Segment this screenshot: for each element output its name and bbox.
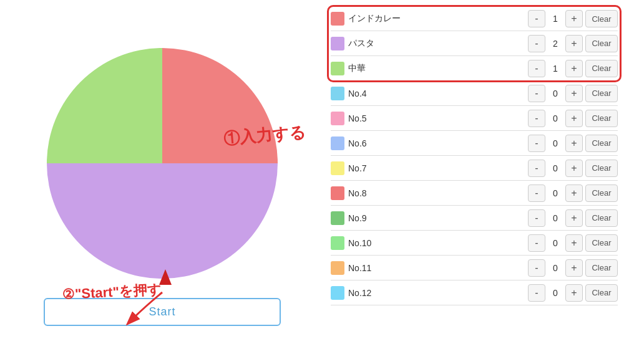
minus-button[interactable]: -	[528, 209, 545, 227]
clear-button[interactable]: Clear	[585, 35, 618, 52]
item-name: No.5	[348, 113, 528, 123]
color-swatch	[331, 37, 344, 50]
item-row: インドカレー-1+Clear	[331, 6, 618, 31]
item-name: No.8	[348, 188, 528, 198]
pie-segment-3	[47, 48, 162, 163]
plus-button[interactable]: +	[565, 135, 583, 152]
count-display: 0	[545, 89, 565, 98]
item-row: No.11-0+Clear	[331, 256, 618, 280]
item-row: No.12-0+Clear	[331, 280, 618, 305]
color-swatch	[331, 112, 344, 125]
plus-button[interactable]: +	[565, 60, 583, 77]
color-swatch	[331, 87, 344, 100]
clear-button[interactable]: Clear	[585, 110, 618, 127]
item-name: No.11	[348, 263, 528, 273]
plus-button[interactable]: +	[565, 234, 583, 252]
color-swatch	[331, 236, 344, 250]
item-name: 中華	[348, 63, 528, 74]
plus-button[interactable]: +	[565, 259, 583, 277]
plus-button[interactable]: +	[565, 209, 583, 227]
count-display: 0	[545, 163, 565, 173]
minus-button[interactable]: -	[528, 284, 545, 302]
plus-button[interactable]: +	[565, 85, 583, 102]
right-wrapper: インドカレー-1+Clearパスタ-2+Clear中華-1+ClearNo.4-…	[324, 0, 624, 364]
pie-segment-1	[162, 48, 278, 163]
clear-button[interactable]: Clear	[585, 160, 618, 177]
item-row: No.8-0+Clear	[331, 181, 618, 206]
item-row: No.6-0+Clear	[331, 131, 618, 156]
pie-segment-2	[47, 163, 278, 279]
count-display: 0	[545, 113, 565, 123]
plus-button[interactable]: +	[565, 35, 583, 52]
color-swatch	[331, 261, 344, 275]
clear-button[interactable]: Clear	[585, 234, 618, 252]
color-swatch	[331, 286, 344, 300]
count-display: 0	[545, 188, 565, 198]
minus-button[interactable]: -	[528, 259, 545, 277]
color-swatch	[331, 211, 344, 225]
minus-button[interactable]: -	[528, 85, 545, 102]
plus-button[interactable]: +	[565, 184, 583, 202]
item-row: No.4-0+Clear	[331, 81, 618, 106]
item-name: No.6	[348, 138, 528, 148]
item-name: パスタ	[348, 38, 528, 49]
start-button-wrap: Start	[44, 298, 281, 326]
item-row: No.7-0+Clear	[331, 156, 618, 181]
left-panel: Start ①入力する ②"Start"を押す	[0, 0, 324, 364]
item-name: No.4	[348, 89, 528, 98]
clear-button[interactable]: Clear	[585, 284, 618, 302]
minus-button[interactable]: -	[528, 60, 545, 77]
minus-button[interactable]: -	[528, 110, 545, 127]
clear-button[interactable]: Clear	[585, 135, 618, 152]
item-name: No.7	[348, 163, 528, 173]
start-button[interactable]: Start	[44, 298, 281, 326]
pie-svg	[37, 39, 287, 288]
item-row: No.10-0+Clear	[331, 231, 618, 256]
clear-button[interactable]: Clear	[585, 10, 618, 27]
plus-button[interactable]: +	[565, 160, 583, 177]
plus-button[interactable]: +	[565, 10, 583, 27]
count-display: 0	[545, 213, 565, 223]
color-swatch	[331, 62, 344, 75]
right-panel: インドカレー-1+Clearパスタ-2+Clear中華-1+ClearNo.4-…	[324, 0, 624, 312]
clear-button[interactable]: Clear	[585, 209, 618, 227]
clear-button[interactable]: Clear	[585, 259, 618, 277]
item-row: No.5-0+Clear	[331, 106, 618, 131]
count-display: 1	[545, 64, 565, 74]
minus-button[interactable]: -	[528, 160, 545, 177]
plus-button[interactable]: +	[565, 284, 583, 302]
clear-button[interactable]: Clear	[585, 85, 618, 102]
color-swatch	[331, 136, 344, 150]
count-display: 0	[545, 288, 565, 298]
item-name: インドカレー	[348, 13, 528, 24]
count-display: 0	[545, 138, 565, 148]
minus-button[interactable]: -	[528, 234, 545, 252]
item-row: 中華-1+Clear	[331, 56, 618, 81]
item-name: No.9	[348, 213, 528, 223]
item-name: No.12	[348, 288, 528, 298]
count-display: 2	[545, 39, 565, 49]
pie-chart	[37, 39, 287, 288]
color-swatch	[331, 12, 344, 26]
minus-button[interactable]: -	[528, 10, 545, 27]
color-swatch	[331, 186, 344, 200]
item-name: No.10	[348, 238, 528, 248]
color-swatch	[331, 161, 344, 175]
count-display: 1	[545, 14, 565, 24]
item-row: No.9-0+Clear	[331, 206, 618, 231]
minus-button[interactable]: -	[528, 135, 545, 152]
plus-button[interactable]: +	[565, 110, 583, 127]
clear-button[interactable]: Clear	[585, 184, 618, 202]
clear-button[interactable]: Clear	[585, 60, 618, 77]
count-display: 0	[545, 263, 565, 273]
count-display: 0	[545, 238, 565, 248]
minus-button[interactable]: -	[528, 184, 545, 202]
minus-button[interactable]: -	[528, 35, 545, 52]
item-row: パスタ-2+Clear	[331, 31, 618, 56]
